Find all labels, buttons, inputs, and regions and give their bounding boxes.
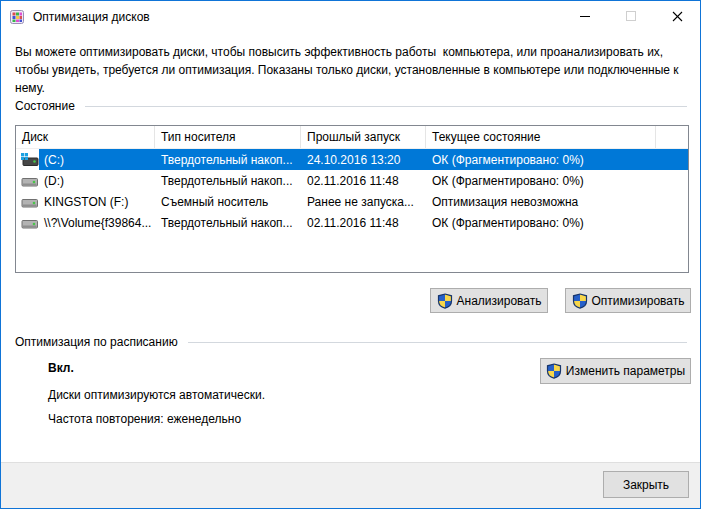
drive-name: (C:) [44,153,64,167]
close-icon [672,11,683,22]
drive-row-volume[interactable]: \\?\Volume{f39864... Твердотельный накоп… [16,212,688,233]
schedule-frequency-text: Частота повторения: еженедельно [48,412,241,426]
minimize-button[interactable] [562,1,608,31]
media-type: Твердотельный накоп... [155,153,301,167]
drive-icon [21,195,39,209]
drive-icon [21,174,39,188]
change-settings-button[interactable]: Изменить параметры [540,358,691,384]
maximize-icon [626,11,636,21]
status-section-label: Состояние [15,99,75,113]
current-status: ОК (Фрагментировано: 0%) [426,153,688,167]
window-controls [562,1,700,31]
drive-icon [21,216,39,230]
schedule-auto-text: Диски оптимизируются автоматически. [48,388,265,402]
app-icon [10,9,26,25]
section-rule [85,106,687,107]
close-button[interactable] [654,1,700,31]
column-header-disk[interactable]: Диск [16,126,155,148]
drive-row-d[interactable]: (D:) Твердотельный накоп... 02.11.2016 1… [16,170,688,191]
schedule-state: Вкл. [48,361,74,375]
drives-list: Диск Тип носителя Прошлый запуск Текущее… [15,125,689,273]
uac-shield-icon [546,363,562,379]
optimize-drives-dialog: Оптимизация дисков Вы можете оптимизиров… [0,0,701,509]
drive-name: KINGSTON (F:) [44,195,128,209]
media-type: Твердотельный накоп... [155,216,301,230]
column-header-last-run[interactable]: Прошлый запуск [301,126,426,148]
schedule-section-header: Оптимизация по расписанию [15,335,687,349]
optimize-button[interactable]: Оптимизировать [565,288,691,313]
last-run: Ранее не запуска... [301,195,426,209]
drives-list-header: Диск Тип носителя Прошлый запуск Текущее… [16,126,688,149]
dialog-footer: Закрыть [1,462,700,508]
current-status: Оптимизация невозможна [426,195,688,209]
media-type: Съемный носитель [155,195,301,209]
last-run: 24.10.2016 13:20 [301,153,426,167]
drive-row-kingston[interactable]: KINGSTON (F:) Съемный носитель Ранее не … [16,191,688,212]
analyze-button[interactable]: Анализировать [430,288,548,313]
dialog-description: Вы можете оптимизировать диски, чтобы по… [15,43,689,97]
maximize-button [608,1,654,31]
minimize-icon [580,16,590,17]
last-run: 02.11.2016 11:48 [301,174,426,188]
current-status: ОК (Фрагментировано: 0%) [426,174,688,188]
media-type: Твердотельный накоп... [155,174,301,188]
column-header-media-type[interactable]: Тип носителя [155,126,301,148]
section-rule [188,342,687,343]
drive-name: (D:) [44,174,64,188]
uac-shield-icon [572,293,588,309]
drive-row-c[interactable]: (C:) Твердотельный накоп... 24.10.2016 1… [16,149,688,170]
last-run: 02.11.2016 11:48 [301,216,426,230]
status-section-header: Состояние [15,99,687,113]
close-dialog-button[interactable]: Закрыть [603,471,689,498]
window-title: Оптимизация дисков [33,10,150,24]
schedule-section-label: Оптимизация по расписанию [15,335,178,349]
column-header-empty [656,126,688,148]
uac-shield-icon [437,293,453,309]
system-drive-icon [21,153,39,167]
current-status: ОК (Фрагментировано: 0%) [426,216,688,230]
column-header-current-status[interactable]: Текущее состояние [426,126,656,148]
drive-name: \\?\Volume{f39864... [44,216,151,230]
